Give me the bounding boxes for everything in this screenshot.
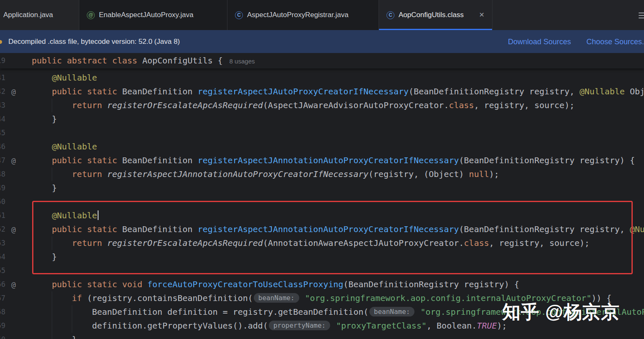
download-sources-link[interactable]: Download Sources (508, 37, 571, 46)
code-text[interactable]: definition.getPropertyValues().add(prope… (32, 319, 507, 333)
code-line[interactable]: 46 @Nullable (0, 140, 644, 154)
code-token: void (122, 279, 142, 289)
code-line[interactable]: 45 (0, 126, 644, 140)
sticky-class-declaration[interactable]: 19public abstract class AopConfigUtils {… (0, 53, 644, 68)
choose-sources-link[interactable]: Choose Sources... (586, 37, 644, 46)
line-number[interactable]: 42 (0, 85, 5, 99)
tab-application-java[interactable]: Application.java (0, 0, 79, 30)
code-line[interactable]: 55 (0, 264, 644, 278)
line-number[interactable]: 41 (0, 71, 5, 85)
code-text[interactable]: } (32, 250, 57, 264)
line-number[interactable]: 45 (0, 126, 5, 140)
line-number[interactable]: 51 (0, 209, 5, 223)
code-line[interactable]: 53 return registerOrEscalateApcAsRequire… (0, 236, 644, 250)
code-token: "proxyTargetClass" (336, 321, 427, 331)
code-text[interactable]: } (32, 112, 57, 126)
code-token: } (32, 334, 77, 339)
code-line[interactable]: 41 @Nullable (0, 71, 644, 85)
line-number[interactable]: 59 (0, 319, 5, 333)
code-token: class (464, 238, 489, 248)
main-menu-icon[interactable] (639, 11, 644, 20)
usages-inlay: 8 usages (230, 58, 255, 65)
code-text[interactable]: @Nullable (32, 71, 97, 85)
code-text[interactable]: @Nullable (32, 140, 97, 154)
parameter-hint: beanName: (369, 307, 415, 316)
close-tab-icon[interactable]: ✕ (479, 12, 485, 18)
code-text[interactable]: @Nullable (32, 209, 98, 223)
tab-aspectjautoproxyregistrar-java[interactable]: C AspectJAutoProxyRegistrar.java (227, 0, 379, 30)
code-line[interactable]: 44 } (0, 112, 644, 126)
code-text[interactable]: } (32, 333, 77, 339)
code-line[interactable]: 42@ public static BeanDefinition registe… (0, 85, 644, 99)
line-number[interactable]: 44 (0, 112, 5, 126)
code-token: @Nullable (52, 73, 97, 83)
code-line[interactable]: 48 return registerAspectJAnnotationAutoP… (0, 167, 644, 181)
line-number[interactable]: 49 (0, 181, 5, 195)
line-number[interactable]: 60 (0, 333, 5, 339)
code-line[interactable]: 56@ public static void forceAutoProxyCre… (0, 278, 644, 291)
code-token: , registry, source); (489, 238, 590, 248)
line-number[interactable]: 54 (0, 250, 5, 264)
line-number[interactable]: 57 (0, 291, 5, 305)
tab-bar-spacer (492, 0, 644, 30)
code-token: abstract (67, 56, 107, 66)
code-text[interactable]: return registerOrEscalateApcAsRequired(A… (32, 99, 574, 112)
code-token: (registry, (Object) (369, 169, 469, 179)
code-token: registerAspectJAnnotationAutoProxyCreato… (197, 155, 459, 165)
line-number[interactable]: 53 (0, 236, 5, 250)
code-text[interactable]: return registerAspectJAnnotationAutoProx… (32, 167, 499, 181)
code-text[interactable]: public static BeanDefinition registerAsp… (32, 154, 635, 167)
class-file-icon: C (235, 11, 243, 19)
code-token: AopConfigUtils { (137, 56, 223, 66)
notification-icon (0, 40, 2, 44)
line-number[interactable]: 58 (0, 305, 5, 319)
code-token: @Nullable (52, 142, 97, 152)
line-number[interactable]: 55 (0, 264, 5, 278)
code-token (142, 279, 147, 289)
line-number[interactable]: 56 (0, 278, 5, 291)
line-number[interactable]: 46 (0, 140, 5, 154)
code-token: public (52, 86, 82, 96)
tab-label: AspectJAutoProxyRegistrar.java (247, 11, 349, 19)
code-line[interactable]: 52@ public static BeanDefinition registe… (0, 223, 644, 236)
gutter-annotation-icon: @ (11, 223, 16, 236)
code-token: registerOrEscalateApcAsRequired (107, 238, 263, 248)
code-text[interactable]: return registerOrEscalateApcAsRequired(A… (32, 236, 590, 250)
code-text[interactable]: public static BeanDefinition registerAsp… (32, 85, 644, 99)
code-token: return (72, 100, 102, 110)
line-number[interactable]: 50 (0, 195, 5, 209)
line-number[interactable]: 48 (0, 167, 5, 181)
code-token: (registry.containsBeanDefinition( (82, 293, 253, 303)
code-token: registerAspectJAnnotationAutoProxyCreato… (107, 169, 369, 179)
code-line[interactable]: 54 } (0, 250, 644, 264)
code-token: @Nullable (580, 86, 625, 96)
code-line[interactable]: 43 return registerOrEscalateApcAsRequire… (0, 99, 644, 112)
line-number[interactable]: 43 (0, 99, 5, 112)
code-text[interactable]: } (32, 181, 57, 195)
code-token (62, 56, 67, 66)
tab-aopconfigutils-class-active[interactable]: C AopConfigUtils.class ✕ (379, 0, 492, 30)
code-token (415, 307, 420, 317)
line-number[interactable]: 19 (0, 53, 5, 68)
code-token: TRUE (477, 321, 497, 331)
code-token: , registry, source); (474, 100, 575, 110)
tab-label: EnableAspectJAutoProxy.java (99, 11, 193, 19)
code-token (107, 56, 112, 66)
code-token: (BeanDefinitionRegistry registry) { (459, 155, 635, 165)
code-token (32, 169, 72, 179)
line-number[interactable]: 47 (0, 154, 5, 167)
code-line[interactable]: 51 @Nullable (0, 209, 644, 223)
code-text[interactable]: public static BeanDefinition registerAsp… (32, 223, 644, 236)
code-line[interactable]: 47@ public static BeanDefinition registe… (0, 154, 644, 167)
code-line[interactable]: 50 (0, 195, 644, 209)
tab-enableaspectjautoproxy-java[interactable]: @ EnableAspectJAutoProxy.java (79, 0, 227, 30)
code-line[interactable]: 49 } (0, 181, 644, 195)
watermark-handle: @杨京京 (545, 301, 620, 322)
code-text[interactable]: public static void forceAutoProxyCreator… (32, 278, 519, 291)
code-token: registerAspectJAnnotationAutoProxyCreato… (197, 224, 459, 234)
line-number[interactable]: 52 (0, 223, 5, 236)
code-text[interactable]: public abstract class AopConfigUtils {8 … (32, 53, 255, 69)
code-token: Object source) { (625, 86, 644, 96)
annotation-file-icon: @ (87, 11, 95, 19)
code-line[interactable]: 60 } (0, 333, 644, 339)
